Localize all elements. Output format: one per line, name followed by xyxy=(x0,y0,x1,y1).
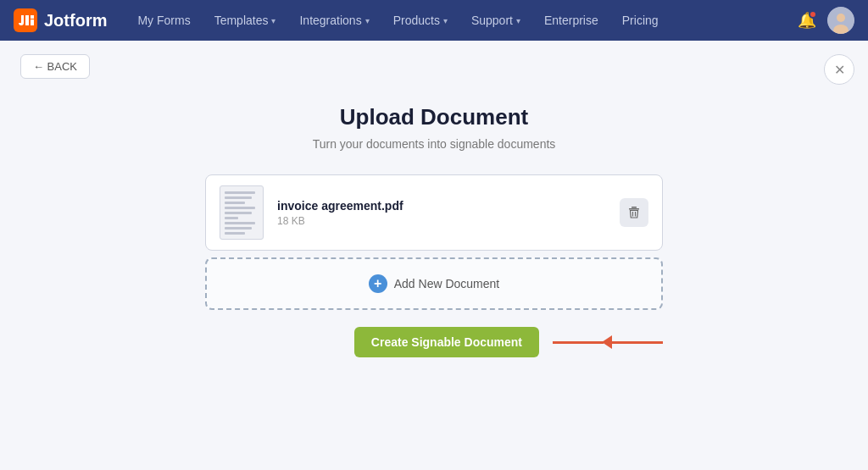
nav-integrations[interactable]: Integrations ▾ xyxy=(289,8,379,32)
nav-logo[interactable]: Jotform xyxy=(14,8,107,32)
document-card: invoice agreement.pdf 18 KB xyxy=(205,174,663,251)
document-name: invoice agreement.pdf xyxy=(277,199,620,213)
add-document-label: Add New Document xyxy=(394,277,500,290)
back-button[interactable]: ← BACK xyxy=(20,54,90,79)
arrow-line xyxy=(612,341,663,344)
nav-support[interactable]: Support ▾ xyxy=(461,8,531,32)
svg-point-2 xyxy=(837,14,845,22)
add-document-area[interactable]: + Add New Document xyxy=(205,257,663,310)
chevron-down-icon: ▾ xyxy=(443,16,448,25)
add-document-button: + Add New Document xyxy=(369,274,500,293)
nav-my-forms[interactable]: My Forms xyxy=(127,8,200,32)
plus-icon: + xyxy=(369,274,387,293)
arrow-head-icon xyxy=(602,335,612,349)
user-avatar[interactable] xyxy=(827,7,854,34)
document-info: invoice agreement.pdf 18 KB xyxy=(277,199,620,227)
main-content: Upload Document Turn your documents into… xyxy=(20,79,848,357)
chevron-down-icon: ▾ xyxy=(516,16,520,25)
nav-products[interactable]: Products ▾ xyxy=(383,8,458,32)
arrow-indicator xyxy=(553,335,663,349)
svg-rect-4 xyxy=(632,207,637,208)
document-size: 18 KB xyxy=(277,215,620,227)
nav-logo-text: Jotform xyxy=(44,11,107,30)
jotform-logo-icon xyxy=(14,8,37,32)
nav-right: 🔔 xyxy=(793,7,854,34)
delete-document-button[interactable] xyxy=(620,198,648,227)
nav-pricing[interactable]: Pricing xyxy=(612,8,669,32)
document-thumbnail xyxy=(220,185,264,240)
action-row: Create Signable Document xyxy=(205,327,663,357)
avatar-image xyxy=(827,7,854,34)
navbar: Jotform My Forms Templates ▾ Integration… xyxy=(0,0,868,41)
close-button[interactable]: ✕ xyxy=(824,54,854,85)
page-title: Upload Document xyxy=(340,104,528,130)
nav-enterprise[interactable]: Enterprise xyxy=(534,8,609,32)
notification-badge xyxy=(809,10,817,19)
nav-links: My Forms Templates ▾ Integrations ▾ Prod… xyxy=(127,8,793,32)
notification-bell-button[interactable]: 🔔 xyxy=(793,7,821,34)
svg-rect-5 xyxy=(629,208,639,210)
chevron-down-icon: ▾ xyxy=(365,16,370,25)
content-area: ← BACK ✕ Upload Document Turn your docum… xyxy=(0,41,868,470)
page-subtitle: Turn your documents into signable docume… xyxy=(313,137,556,151)
chevron-down-icon: ▾ xyxy=(271,16,275,25)
create-signable-document-button[interactable]: Create Signable Document xyxy=(354,327,539,357)
nav-templates[interactable]: Templates ▾ xyxy=(204,8,287,32)
trash-icon xyxy=(627,206,641,219)
